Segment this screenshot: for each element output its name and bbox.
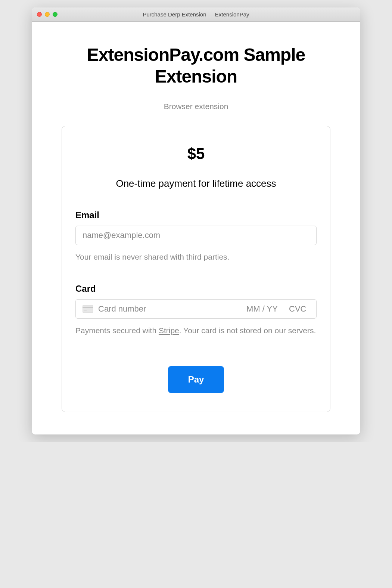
card-input-wrapper[interactable] <box>75 299 317 319</box>
maximize-window-button[interactable] <box>53 12 57 17</box>
traffic-lights <box>32 12 57 17</box>
price-description: One-time payment for lifetime access <box>75 178 317 189</box>
pay-button-wrapper: Pay <box>75 366 317 393</box>
window-title: Purchase Derp Extension — ExtensionPay <box>32 11 360 18</box>
card-number-input[interactable] <box>98 304 241 314</box>
card-help-suffix: . Your card is not stored on our servers… <box>179 326 316 335</box>
svg-rect-0 <box>83 305 93 313</box>
card-help-text: Payments secured with Stripe. Your card … <box>75 325 317 337</box>
close-window-button[interactable] <box>37 12 42 17</box>
card-expiry-input[interactable] <box>246 304 284 314</box>
email-label: Email <box>75 210 317 220</box>
price: $5 <box>75 145 317 163</box>
window: Purchase Derp Extension — ExtensionPay E… <box>32 7 360 434</box>
card-cvc-input[interactable] <box>289 304 309 314</box>
card-help-prefix: Payments secured with <box>75 326 159 335</box>
page-title: ExtensionPay.com Sample Extension <box>62 44 330 87</box>
page-subtitle: Browser extension <box>62 102 330 111</box>
stripe-link[interactable]: Stripe <box>159 326 179 335</box>
titlebar: Purchase Derp Extension — ExtensionPay <box>32 7 360 22</box>
card-label: Card <box>75 284 317 294</box>
content: ExtensionPay.com Sample Extension Browse… <box>32 22 360 434</box>
svg-rect-1 <box>83 307 93 308</box>
svg-rect-2 <box>84 310 87 310</box>
minimize-window-button[interactable] <box>45 12 50 17</box>
email-group: Email Your email is never shared with th… <box>75 210 317 263</box>
email-help-text: Your email is never shared with third pa… <box>75 251 317 263</box>
credit-card-icon <box>83 305 93 313</box>
pay-button[interactable]: Pay <box>168 366 224 393</box>
email-input[interactable] <box>75 226 317 245</box>
payment-card: $5 One-time payment for lifetime access … <box>62 126 330 412</box>
card-group: Card Payments secured with Stripe. Yo <box>75 284 317 337</box>
